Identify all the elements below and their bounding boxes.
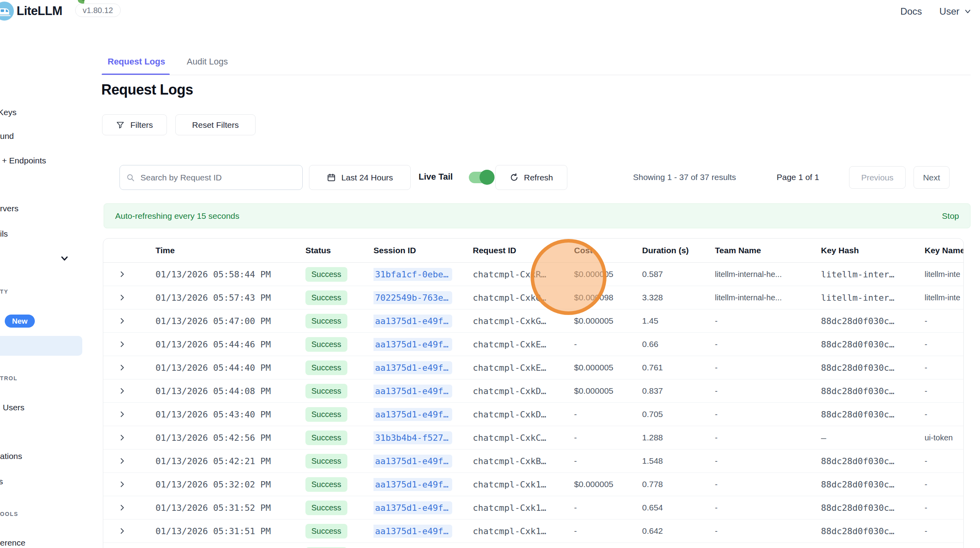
sidebar-item-organizations[interactable]: ations bbox=[0, 451, 22, 461]
sidebar-item-guardrails[interactable]: ils bbox=[0, 229, 8, 239]
team-name-cell: - bbox=[715, 387, 821, 396]
live-tail-toggle[interactable] bbox=[469, 172, 493, 183]
next-label: Next bbox=[923, 173, 940, 182]
session-id-link[interactable]: aa1375d1-e49f… bbox=[373, 478, 452, 491]
time-cell: 01/13/2026 05:44:40 PM bbox=[155, 363, 305, 373]
sidebar-item-models-endpoints[interactable]: + Endpoints bbox=[2, 156, 46, 165]
status-cell: Success bbox=[305, 290, 373, 305]
status-badge: Success bbox=[305, 430, 347, 445]
request-id-cell: chatcmpl-CxkD… bbox=[473, 386, 574, 396]
table-row: 01/13/2026 05:43:40 PM Success aa1375d1-… bbox=[103, 403, 963, 426]
expand-row-button[interactable] bbox=[103, 340, 155, 348]
sidebar-section-observability: TY bbox=[0, 288, 8, 295]
funnel-icon bbox=[116, 121, 125, 129]
chevron-right-icon bbox=[118, 340, 126, 348]
auto-refresh-text: Auto-refreshing every 15 seconds bbox=[115, 211, 239, 221]
table-row: 01/13/2026 05:42:56 PM Success 31b3b4b4-… bbox=[103, 426, 963, 449]
key-hash-cell: – bbox=[821, 433, 925, 443]
session-id-link[interactable]: aa1375d1-e49f… bbox=[373, 408, 452, 421]
duration-cell: 1.548 bbox=[642, 456, 715, 466]
refresh-button-label: Refresh bbox=[524, 173, 553, 182]
expand-row-button[interactable] bbox=[103, 294, 155, 301]
duration-cell: 0.778 bbox=[642, 480, 715, 489]
session-id-link[interactable]: aa1375d1-e49f… bbox=[373, 385, 452, 398]
session-id-link[interactable]: aa1375d1-e49f… bbox=[373, 338, 452, 351]
session-id-cell: aa1375d1-e49f… bbox=[373, 361, 473, 374]
filters-button[interactable]: Filters bbox=[102, 114, 167, 135]
time-cell: 01/13/2026 05:44:08 PM bbox=[155, 386, 305, 396]
session-id-link[interactable]: 7022549b-763e… bbox=[373, 291, 452, 304]
tab-audit-logs[interactable]: Audit Logs bbox=[187, 57, 228, 67]
stop-auto-refresh-button[interactable]: Stop bbox=[942, 211, 959, 221]
key-name-cell: - bbox=[925, 527, 963, 536]
chevron-right-icon bbox=[118, 364, 126, 372]
session-id-link[interactable]: aa1375d1-e49f… bbox=[373, 525, 452, 538]
expand-row-button[interactable] bbox=[103, 387, 155, 395]
session-id-cell: aa1375d1-e49f… bbox=[373, 408, 473, 421]
session-id-link[interactable]: 31b3b4b4-f527… bbox=[373, 431, 452, 444]
next-page-button[interactable]: Next bbox=[914, 166, 950, 189]
session-id-cell: aa1375d1-e49f… bbox=[373, 315, 473, 328]
previous-page-button[interactable]: Previous bbox=[849, 166, 906, 189]
expand-row-button[interactable] bbox=[103, 480, 155, 488]
table-row: 01/13/2026 05:47:00 PM Success aa1375d1-… bbox=[103, 309, 963, 333]
key-name-cell: - bbox=[925, 363, 963, 372]
session-id-link[interactable]: aa1375d1-e49f… bbox=[373, 315, 452, 328]
cost-cell: - bbox=[574, 526, 642, 536]
header-duration: Duration (s) bbox=[642, 246, 715, 255]
time-range-button[interactable]: Last 24 Hours bbox=[309, 165, 411, 190]
main-content: Request Logs Audit Logs Request Logs Fil… bbox=[101, 23, 980, 548]
sidebar-item-servers[interactable]: rvers bbox=[0, 204, 19, 213]
header-key-hash: Key Hash bbox=[821, 246, 925, 255]
expand-row-button[interactable] bbox=[103, 504, 155, 512]
user-menu[interactable]: User bbox=[939, 6, 972, 17]
key-hash-cell: 88dc28d0f030c… bbox=[821, 363, 925, 373]
session-id-link[interactable]: 31bfa1cf-0ebe… bbox=[373, 268, 452, 281]
time-cell: 01/13/2026 05:32:02 PM bbox=[155, 480, 305, 489]
refresh-button[interactable]: Refresh bbox=[495, 165, 567, 190]
filters-button-label: Filters bbox=[130, 120, 153, 130]
results-count: Showing 1 - 37 of 37 results bbox=[633, 173, 736, 182]
request-id-cell: chatcmpl-CxkC… bbox=[473, 433, 574, 443]
expand-row-button[interactable] bbox=[103, 410, 155, 418]
request-id-cell: chatcmpl-CxkD… bbox=[473, 410, 574, 419]
session-id-link[interactable]: aa1375d1-e49f… bbox=[373, 455, 452, 468]
status-badge: Success bbox=[305, 384, 347, 398]
sidebar-item-users[interactable]: Users bbox=[3, 403, 25, 412]
key-hash-cell: 88dc28d0f030c… bbox=[821, 339, 925, 349]
sidebar-collapse-chevron-icon[interactable] bbox=[59, 253, 70, 264]
session-id-link[interactable]: aa1375d1-e49f… bbox=[373, 501, 452, 514]
litellm-logo-icon bbox=[0, 2, 14, 21]
expand-row-button[interactable] bbox=[103, 527, 155, 535]
sidebar-item-teams[interactable]: s bbox=[0, 477, 3, 486]
status-cell: Success bbox=[305, 524, 373, 539]
team-name-cell: - bbox=[715, 480, 821, 489]
expand-row-button[interactable] bbox=[103, 317, 155, 325]
session-id-cell: aa1375d1-e49f… bbox=[373, 455, 473, 468]
docs-link[interactable]: Docs bbox=[900, 6, 922, 17]
duration-cell: 0.66 bbox=[642, 339, 715, 349]
sidebar-item-keys[interactable]: Keys bbox=[0, 108, 17, 117]
status-badge: Success bbox=[305, 337, 347, 352]
duration-cell: 1.288 bbox=[642, 433, 715, 442]
duration-cell: 0.705 bbox=[642, 410, 715, 419]
chevron-right-icon bbox=[118, 480, 126, 488]
sidebar-item-playground[interactable]: und bbox=[0, 131, 14, 141]
cost-cell: - bbox=[574, 410, 642, 419]
table-row: 01/13/2026 05:44:40 PM Success aa1375d1-… bbox=[103, 356, 963, 379]
search-box bbox=[119, 165, 303, 190]
sidebar-section-tools: OOLS bbox=[0, 511, 18, 517]
sidebar-item-reference[interactable]: erence bbox=[0, 538, 25, 548]
session-id-link[interactable]: aa1375d1-e49f… bbox=[373, 361, 452, 374]
sidebar-item-logs-selected[interactable] bbox=[0, 336, 82, 356]
key-name-cell: - bbox=[925, 480, 963, 489]
expand-row-button[interactable] bbox=[103, 364, 155, 372]
reset-filters-button[interactable]: Reset Filters bbox=[175, 114, 256, 135]
tab-request-logs[interactable]: Request Logs bbox=[108, 57, 165, 67]
expand-row-button[interactable] bbox=[103, 457, 155, 465]
status-badge: Success bbox=[305, 314, 347, 328]
search-input[interactable] bbox=[140, 173, 296, 183]
expand-row-button[interactable] bbox=[103, 434, 155, 442]
key-hash-cell: litellm-inter… bbox=[821, 269, 925, 279]
expand-row-button[interactable] bbox=[103, 270, 155, 278]
